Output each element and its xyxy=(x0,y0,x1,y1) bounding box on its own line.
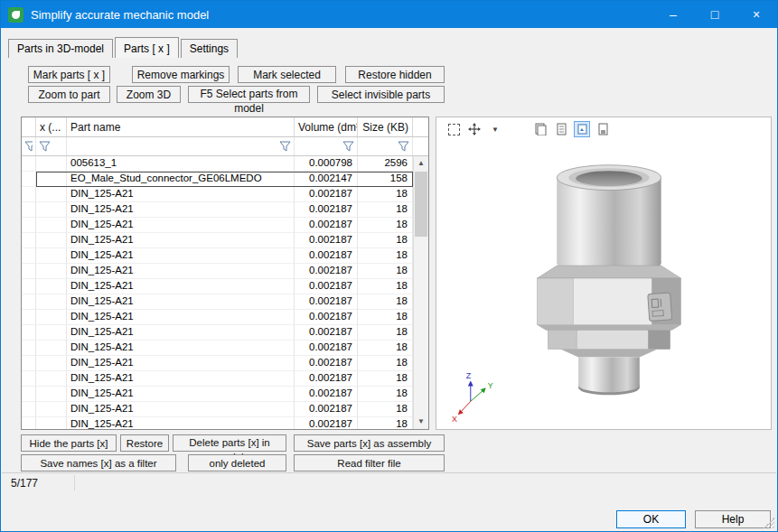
ok-button[interactable]: OK xyxy=(616,510,686,528)
table-row[interactable]: DIN_125-A21 0.002187 18 xyxy=(22,356,413,371)
scroll-up-icon[interactable]: ▲ xyxy=(414,156,428,171)
part-name-cell: DIN_125-A21 xyxy=(67,402,295,417)
hide-parts-button[interactable]: Hide the parts [x] xyxy=(21,434,117,452)
part-name-cell: DIN_125-A21 xyxy=(67,202,295,218)
scrollbar-thumb[interactable] xyxy=(415,172,427,237)
part-name-cell: DIN_125-A21 xyxy=(67,371,295,387)
table-row[interactable]: DIN_125-A21 0.002187 18 xyxy=(22,310,413,325)
restore-button[interactable]: Restore xyxy=(120,434,169,452)
table-row[interactable]: DIN_125-A21 0.002187 18 xyxy=(22,279,413,294)
delete-parts-button[interactable]: Delete parts [x] in model xyxy=(173,434,286,452)
row-x-cell xyxy=(36,233,67,248)
volume-cell: 0.002187 xyxy=(295,248,358,264)
volume-cell: 0.002187 xyxy=(295,218,358,233)
table-row[interactable]: DIN_125-A21 0.002187 18 xyxy=(22,264,413,279)
volume-cell: 0.002187 xyxy=(295,325,358,341)
minimize-button[interactable]: – xyxy=(652,1,694,28)
select-invisible-button[interactable]: Select invisible parts xyxy=(317,86,445,103)
maximize-button[interactable]: □ xyxy=(694,1,736,28)
table-row[interactable]: DIN_125-A21 0.002187 18 xyxy=(22,371,413,387)
close-button[interactable]: × xyxy=(736,1,777,28)
selection-count: 5/177 xyxy=(11,477,38,490)
column-header-x[interactable]: x (... xyxy=(36,117,67,136)
column-header-part-name[interactable]: Part name xyxy=(67,117,295,136)
vertical-scrollbar[interactable]: ▲ ▼ xyxy=(413,156,428,429)
restore-hidden-button[interactable]: Restore hidden xyxy=(345,66,445,83)
3d-model-connector[interactable]: Z Y X xyxy=(436,117,771,429)
dialog-window: Simplify accurate mechanic model – □ × P… xyxy=(0,0,778,532)
volume-cell: 0.002187 xyxy=(295,294,358,310)
save-filter-button[interactable]: Save names [x] as a filter xyxy=(21,454,176,471)
filter-cell-size xyxy=(358,137,413,155)
refresh-view-icon[interactable] xyxy=(574,121,590,137)
help-button[interactable]: Help xyxy=(695,510,771,528)
scroll-down-icon[interactable]: ▼ xyxy=(414,415,428,429)
tab-parts-x[interactable]: Parts [ x ] xyxy=(115,37,179,58)
filter-icon[interactable] xyxy=(24,141,33,152)
zoom-3d-button[interactable]: Zoom 3D xyxy=(117,86,181,103)
volume-cell: 0.002187 xyxy=(295,187,358,202)
volume-cell: 0.000798 xyxy=(295,156,358,172)
only-deleted-button[interactable]: only deleted xyxy=(188,454,286,471)
table-row[interactable]: DIN_125-A21 0.002187 18 xyxy=(22,187,413,202)
size-cell: 18 xyxy=(358,218,413,233)
copy-view-icon[interactable] xyxy=(553,121,569,137)
part-name-cell: DIN_125-A21 xyxy=(67,279,295,294)
remove-markings-button[interactable]: Remove markings xyxy=(132,66,230,83)
row-x-cell xyxy=(36,294,67,310)
3d-viewer[interactable]: ▼ xyxy=(436,117,772,430)
copy-image-icon[interactable] xyxy=(532,121,548,137)
zoom-window-icon[interactable] xyxy=(445,121,462,137)
pan-icon[interactable] xyxy=(466,121,483,137)
table-row[interactable]: DIN_125-A21 0.002187 18 xyxy=(22,294,413,310)
row-x-cell xyxy=(36,279,67,294)
table-row[interactable]: 005613_1 0.000798 2596 xyxy=(22,156,413,172)
table-row[interactable]: DIN_125-A21 0.002187 18 xyxy=(22,402,413,417)
table-row[interactable]: DIN_125-A21 0.002187 18 xyxy=(22,341,413,356)
table-row[interactable]: DIN_125-A21 0.002187 18 xyxy=(22,202,413,218)
size-cell: 18 xyxy=(358,417,413,429)
mark-parts-button[interactable]: Mark parts [ x ] xyxy=(28,66,110,83)
volume-cell: 0.002187 xyxy=(295,233,358,248)
column-header-marker[interactable] xyxy=(22,117,36,136)
tab-bar: Parts in 3D-model Parts [ x ] Settings xyxy=(8,37,239,58)
resize-grip-icon[interactable] xyxy=(764,518,774,528)
read-filter-button[interactable]: Read filter file xyxy=(294,454,445,471)
f5-select-parts-button[interactable]: F5 Select parts from model xyxy=(188,86,310,103)
volume-cell: 0.002187 xyxy=(295,202,358,218)
table-row[interactable]: DIN_125-A21 0.002187 18 xyxy=(22,387,413,402)
zoom-to-part-button[interactable]: Zoom to part xyxy=(28,86,110,103)
filter-icon[interactable] xyxy=(342,141,354,152)
column-header-size[interactable]: Size (KB) xyxy=(358,117,413,136)
row-x-cell xyxy=(36,156,67,172)
table-row[interactable]: DIN_125-A21 0.002187 18 xyxy=(22,218,413,233)
titlebar[interactable]: Simplify accurate mechanic model – □ × xyxy=(1,1,777,28)
filter-icon[interactable] xyxy=(279,141,291,152)
filter-icon[interactable] xyxy=(39,141,51,152)
table-row[interactable]: EO_Male_Stud_connector_GE06LMEDO 0.00214… xyxy=(22,172,413,187)
filter-icon[interactable] xyxy=(398,141,409,152)
save-view-icon[interactable] xyxy=(595,121,611,137)
volume-cell: 0.002187 xyxy=(295,371,358,387)
view-options-dropdown-icon[interactable]: ▼ xyxy=(487,121,503,137)
tab-settings[interactable]: Settings xyxy=(181,39,238,58)
volume-cell: 0.002187 xyxy=(295,341,358,356)
table-row[interactable]: DIN_125-A21 0.002187 18 xyxy=(22,233,413,248)
part-name-cell: 005613_1 xyxy=(67,156,295,172)
filter-cell-marker xyxy=(22,137,36,155)
save-assembly-button[interactable]: Save parts [x] as assembly xyxy=(294,434,445,452)
table-row[interactable]: DIN_125-A21 0.002187 18 xyxy=(22,325,413,341)
table-row[interactable]: DIN_125-A21 0.002187 18 xyxy=(22,417,413,429)
size-cell: 18 xyxy=(358,264,413,279)
table-row[interactable]: DIN_125-A21 0.002187 18 xyxy=(22,248,413,264)
row-x-cell xyxy=(36,341,67,356)
column-header-volume[interactable]: Volume (dm³) xyxy=(295,117,358,136)
row-marker-cell xyxy=(22,233,36,248)
row-x-cell xyxy=(36,218,67,233)
mark-selected-button[interactable]: Mark selected xyxy=(238,66,336,83)
row-marker-cell xyxy=(22,187,36,202)
row-x-cell xyxy=(36,248,67,264)
row-marker-cell xyxy=(22,310,36,325)
part-name-cell: DIN_125-A21 xyxy=(67,218,295,233)
tab-parts-in-3d-model[interactable]: Parts in 3D-model xyxy=(8,39,113,58)
